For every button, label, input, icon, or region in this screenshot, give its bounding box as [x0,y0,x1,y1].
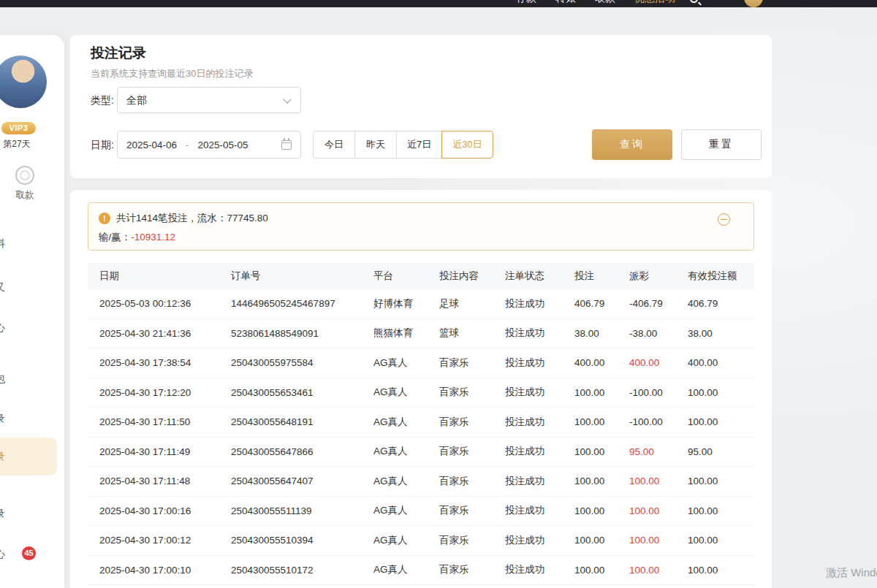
chevron-down-icon [283,95,291,103]
table-row[interactable]: 2025-04-30 17:00:10 250430055510172 AG真人… [88,556,754,586]
cell-bet-content: 篮球 [439,327,505,340]
quick-range-button[interactable]: 今日 [313,131,355,159]
top-navbar: 存款 转账 取款 优惠活动 [0,0,877,7]
date-separator: - [183,140,192,150]
cell-bet-amount: 400.00 [574,357,629,368]
table-row[interactable]: 2025-05-03 00:12:36 1446496505245467897 … [88,289,754,319]
table-row[interactable]: 2025-04-30 17:00:12 250430055510394 AG真人… [88,526,754,556]
table-row[interactable]: 2025-04-30 17:00:16 250430055511139 AG真人… [88,497,754,527]
sidebar-item[interactable]: 料 [0,234,57,253]
sidebar-menu: 料 又 心 包 录 [0,35,64,588]
cell-payout: 100.00 [629,505,688,516]
filter-card: 投注记录 当前系统支持查询最近30日的投注记录 类型: 全部 日期: 2025-… [70,35,772,178]
sidebar-item[interactable]: 心 45 [0,544,57,563]
sidebar-item-label: 心 [0,544,5,563]
cell-date: 2025-04-30 17:11:50 [99,416,231,427]
cell-bet-content: 百家乐 [439,475,505,488]
cell-payout: 95.00 [629,446,688,457]
cell-valid-amount: 100.00 [688,416,754,427]
quick-range-button[interactable]: 昨天 [354,131,397,159]
cell-order-number: 250430055511139 [231,505,373,516]
column-header: 订单号 [231,270,373,283]
cell-bet-content: 百家乐 [439,386,505,399]
column-header: 投注内容 [439,270,505,283]
cell-bet-content: 足球 [439,297,505,310]
cell-payout: 400.00 [629,357,688,368]
quick-range-button[interactable]: 近7日 [396,131,442,159]
cell-date: 2025-05-03 00:12:36 [99,298,231,309]
top-nav-item[interactable]: 存款 [516,0,536,5]
cell-date: 2025-04-30 21:41:36 [99,328,231,339]
betting-records-page: 存款 转账 取款 优惠活动 VIP3 第27天 取款 料 [0,0,877,588]
calendar-icon [281,140,292,150]
summary-result-text: 输/赢：-10931.12 [99,231,175,244]
cell-status: 投注成功 [505,534,574,547]
top-nav-item[interactable]: 取款 [595,0,615,5]
top-nav-item[interactable]: 优惠活动 [634,0,675,5]
column-header: 日期 [99,270,231,283]
table-row[interactable]: 2025-04-30 17:38:54 250430055975584 AG真人… [88,348,754,378]
cell-valid-amount: 100.00 [688,387,754,398]
table-row[interactable]: 2025-04-30 17:11:50 250430055648191 AG真人… [88,408,754,438]
search-icon[interactable] [690,0,698,3]
cell-bet-content: 百家乐 [439,563,505,576]
table-row[interactable]: 2025-04-30 17:12:20 250430055653461 AG真人… [88,378,754,408]
column-header: 有效投注额 [688,270,754,283]
user-avatar-small[interactable] [744,0,763,7]
cell-order-number: 250430055975584 [231,357,373,368]
cell-status: 投注成功 [505,504,574,517]
sidebar-item[interactable]: 录 [0,438,57,476]
cell-platform: AG真人 [373,356,439,370]
cell-order-number: 250430055510172 [231,565,373,576]
type-select[interactable]: 全部 [117,87,301,113]
table-row[interactable]: 2025-04-30 21:41:36 5238061488549091 熊猫体… [88,319,754,349]
cell-bet-amount: 100.00 [574,565,629,576]
cell-valid-amount: 100.00 [688,476,754,486]
column-header: 平台 [373,270,439,283]
summary-result-value: -10931.12 [131,232,175,243]
date-label: 日期: [91,131,114,159]
date-range-input[interactable]: 2025-04-06 - 2025-05-05 [117,131,301,159]
quick-range-button[interactable]: 近30日 [441,131,493,159]
cell-status: 投注成功 [505,445,574,458]
search-button[interactable]: 查询 [592,129,672,160]
cell-payout: 100.00 [629,476,688,486]
cell-bet-amount: 100.00 [574,505,629,516]
top-nav-items: 存款 转账 取款 优惠活动 [516,0,675,5]
cell-payout: -38.00 [629,328,688,339]
cell-valid-amount: 95.00 [688,446,754,457]
cell-bet-content: 百家乐 [439,356,505,370]
collapse-icon[interactable] [718,213,730,226]
sidebar-item[interactable]: 录 [0,409,57,428]
cell-platform: AG真人 [373,504,439,517]
sidebar-item[interactable]: 录 [0,504,57,523]
cell-platform: 好博体育 [373,297,439,310]
sidebar-item[interactable]: 又 [0,278,57,297]
cell-date: 2025-04-30 17:00:12 [99,535,231,546]
top-nav-item[interactable]: 转账 [555,0,576,5]
cell-platform: AG真人 [373,563,439,576]
reset-button[interactable]: 重置 [681,129,762,160]
notification-badge: 45 [22,546,36,560]
cell-bet-amount: 38.00 [574,328,629,339]
cell-valid-amount: 406.79 [688,298,754,309]
cell-valid-amount: 400.00 [688,357,754,368]
cell-date: 2025-04-30 17:38:54 [99,357,231,368]
cell-date: 2025-04-30 17:00:10 [99,565,231,576]
cell-platform: AG真人 [373,386,439,399]
cell-platform: 熊猫体育 [373,327,439,340]
cell-valid-amount: 100.00 [688,535,754,546]
table-body: 2025-05-03 00:12:36 1446496505245467897 … [88,289,754,585]
cell-bet-amount: 100.00 [574,476,629,486]
cell-status: 投注成功 [505,416,574,429]
type-select-value: 全部 [126,94,147,106]
date-from-value: 2025-04-06 [126,140,177,150]
quick-range-group: 今日 昨天 近7日 近30日 [313,131,493,159]
table-row[interactable]: 2025-04-30 17:11:49 250430055647866 AG真人… [88,438,754,467]
sidebar-item-label: 录 [0,438,5,476]
type-label: 类型: [91,87,114,113]
cell-bet-amount: 100.00 [574,416,629,427]
sidebar-item[interactable]: 包 [0,369,57,388]
table-row[interactable]: 2025-04-30 17:11:48 250430055647407 AG真人… [88,467,754,497]
sidebar-item[interactable]: 心 [0,318,57,337]
